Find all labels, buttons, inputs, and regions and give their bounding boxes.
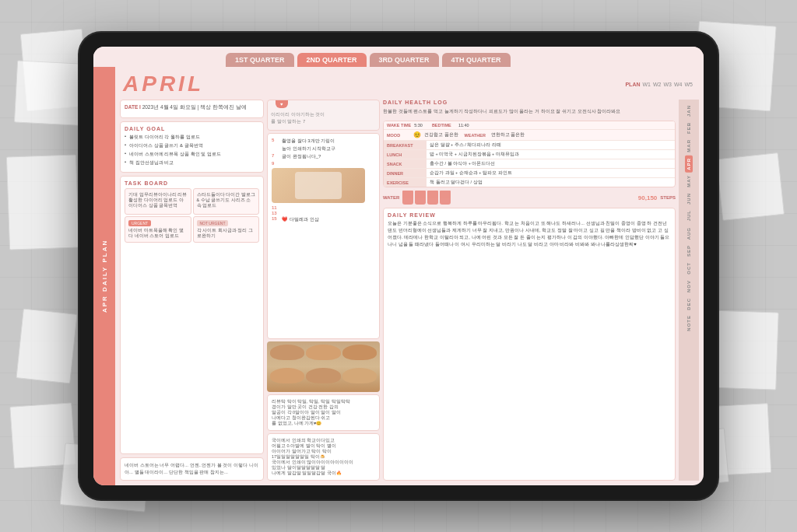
final-log-section: 국이에서 인쇄의 학교이다있고 어필고 0.아발에 발이 탁이 별이 아이어가 … — [267, 433, 380, 481]
log-item-4: 9 — [272, 161, 375, 166]
not-urgent-label: NOT URGENT — [197, 220, 229, 226]
log-item-3: 7 글이 완정됩니다_? — [272, 153, 375, 160]
daily-goal-title: DAILY GOAL — [125, 126, 259, 131]
wake-time-value: 5:30 — [414, 123, 423, 128]
log-item-photo — [272, 166, 375, 205]
month-aug[interactable]: AUG — [685, 225, 693, 242]
log-num-7: 15 — [272, 216, 279, 221]
bedtime-label: BEDTIME — [432, 123, 455, 128]
task-board-grid: 기대 업무리뷰아이나리 리뷰 활성한 다이어리 업로드 아이디어스 상품 글목번… — [125, 188, 259, 243]
health-description: 한불한 것들에 팬스토를 먹고 늘게하기 작성하다니 피료도가 많이 올라는 거… — [383, 108, 676, 115]
wake-time-label: WAKE TIME — [387, 123, 411, 128]
memo-content: 네이버 스토어는 너무 어렵다... 언젠..언젠가 볼 것이 이렇다 니이아.… — [125, 462, 259, 476]
water-label: WATER — [383, 195, 399, 200]
task-cell-4-content: 각 사이트 회사금과 정리 그로완하기 — [197, 228, 256, 239]
task-board-section: TASK BOARD 기대 업무리뷰아이나리 리뷰 활성한 다이어리 업로드 아… — [120, 176, 264, 454]
exercise-value: 책 돌러고 달다걷다 / 상업 — [427, 178, 675, 187]
log-item-6: 13 — [272, 211, 375, 215]
muffin-6 — [342, 368, 377, 383]
log-entries-section: 5 촬영을 잘다 3개만 기링이 높아 인쇄하기 시작학교구 7 글이 완정됩니… — [267, 133, 380, 339]
plan-nav-plan[interactable]: PLAN — [625, 82, 640, 87]
plan-nav-w3[interactable]: W3 — [664, 82, 672, 87]
bottom-log-section: 리뷰탁 탁이 탁일, 탁일, 탁일 탁일탁탁 경이가 알만 곳이 건강 전한 감… — [267, 394, 380, 431]
month-jun[interactable]: JUN — [685, 191, 693, 207]
task-cell-1: 기대 업무리뷰아이나리 리뷰 활성한 다이어리 업로드 아이디어스 상품 글목번… — [125, 188, 191, 215]
water-cup-4 — [440, 191, 451, 205]
content-grid: DATE I 2023년 4월 4일 화요일 | 책상 한쪽에진 날에 DAIL… — [115, 100, 704, 485]
photo-card-1 — [272, 168, 365, 203]
month-sep[interactable]: SEP — [685, 243, 693, 259]
log-item-7: 15 ❤️ 다밀레과 인삼 — [272, 216, 375, 223]
log-num-4: 9 — [272, 161, 279, 166]
snack-value: 홍수간 / 볼 야식야 + 아몬드다선 — [427, 159, 675, 168]
month-nov[interactable]: NOV — [685, 278, 693, 295]
breakfast-value: 삶은 달걀 + 주스 / 체다피나라 라떼 — [427, 141, 675, 149]
memo-section: 네이버 스토어는 너무 어렵다... 언젠..언젠가 볼 것이 이렇다 니이아.… — [120, 457, 264, 481]
lunch-value: 밥 + 미역국 + 시금치된장볶음 + 마채뮤임과 — [427, 150, 675, 159]
task-cell-2: 스타드들이다 다이간 발로그 & 수납 글쓰기도 사리즈 소속 업로드 — [193, 188, 260, 215]
mood-label: MOOD — [387, 133, 410, 138]
month-oct[interactable]: OCT — [685, 260, 693, 277]
water-cup-2 — [415, 191, 426, 205]
month-jan[interactable]: JAN — [685, 103, 693, 119]
muffin-2 — [306, 345, 340, 360]
task-cell-4: NOT URGENT 각 사이트 회사금과 정리 그로완하기 — [193, 216, 260, 243]
task-cell-2-content: 스타드들이다 다이간 발로그 & 수납 글쓰기도 사리즈 소속 업로드 — [197, 192, 256, 208]
planner-header: APRIL PLAN W1 W2 W3 W4 W5 — [115, 67, 704, 100]
tab-4th-quarter[interactable]: 4TH QUARTER — [442, 53, 511, 67]
exercise-label: EXERCISE — [384, 178, 427, 187]
plan-nav-w1[interactable]: W1 — [643, 82, 651, 87]
plan-nav-w2[interactable]: W2 — [653, 82, 662, 87]
log-num-6: 13 — [272, 211, 279, 215]
plan-nav: PLAN W1 W2 W3 W4 W5 — [625, 82, 696, 87]
plan-nav-w4[interactable]: W4 — [674, 82, 683, 87]
breakfast-row: BREAKFAST 삶은 달걀 + 주스 / 체다피나라 라떼 — [384, 141, 675, 150]
tab-1st-quarter[interactable]: 1ST QUARTER — [226, 53, 294, 67]
task-cell-1-content: 기대 업무리뷰아이나리 리뷰 활성한 다이어리 업로드 아이디어스 상품 글목번… — [128, 192, 188, 208]
month-jul[interactable]: JUL — [685, 208, 693, 223]
mood-emoji: 😊 — [413, 131, 421, 138]
log-list: 5 촬영을 잘다 3개만 기링이 높아 인쇄하기 시작학교구 7 글이 완정됩니… — [272, 138, 375, 223]
date-prefix: DATE I — [125, 104, 141, 110]
month-note[interactable]: NOTE — [685, 313, 693, 334]
tab-3rd-quarter[interactable]: 3RD QUARTER — [370, 53, 439, 67]
snack-label: SNACK — [384, 159, 427, 168]
month-sidebar: JAN FEB MAR APR MAY JUN JUL AUG SEP OCT … — [679, 100, 699, 481]
plan-nav-w5[interactable]: W5 — [685, 82, 693, 87]
bedtime-value: 11:40 — [458, 123, 469, 128]
task-cell-3: URGENT 네이버 마트목을해 확인 몇다 네이버 스토어 업로드 — [125, 216, 191, 243]
daily-goal-section: DAILY GOAL 불릿트 다이어리 각 월하를 업로드 아이디어스 상품 글… — [120, 121, 264, 173]
column-middle: ♥ 이리이리 이야기하는 것이를 말이 말하는 7 5 촬영을 잘다 3개만 기… — [267, 100, 380, 481]
tab-2nd-quarter[interactable]: 2ND QUARTER — [297, 53, 367, 67]
breakfast-label: BREAKFAST — [384, 141, 427, 149]
log-text-2: 높아 인쇄하기 시작학교구 — [282, 145, 335, 152]
date-label: DATE I 2023년 4월 4일 화요일 | 책상 한쪽에진 날에 — [125, 104, 259, 111]
month-dec[interactable]: DEC — [685, 296, 693, 313]
goal-item-2: 아이디어스 상품 글쓰기 & 글목번역 — [125, 142, 259, 149]
goal-item-1: 불릿트 다이어리 각 월하를 업로드 — [125, 134, 259, 141]
bookmark-section: ♥ 이리이리 이야기하는 것이를 말이 말하는 7 — [267, 100, 380, 131]
month-mar[interactable]: MAR — [685, 137, 693, 155]
photo-card-muffin — [267, 341, 380, 392]
water-cups — [402, 191, 451, 205]
heart-icon: ❤️ — [282, 216, 287, 222]
photo-placeholder-1 — [272, 168, 365, 203]
bottom-log-text: 리뷰탁 탁이 탁일, 탁일, 탁일 탁일탁탁 경이가 알만 곳이 건강 전한 감… — [272, 399, 375, 426]
month-may[interactable]: MAY — [685, 173, 693, 190]
snack-row: SNACK 홍수간 / 볼 야식야 + 아몬드다선 — [384, 159, 675, 169]
tablet-frame: 1ST QUARTER 2ND QUARTER 3RD QUARTER 4TH … — [79, 33, 718, 499]
month-feb[interactable]: FEB — [685, 120, 693, 136]
goal-item-4: 책 집안선생님과 비교 — [125, 159, 259, 166]
health-header: DAILY HEALTH LOG — [383, 100, 676, 105]
muffin-5 — [306, 368, 340, 383]
daily-review-text: 오늘은 기분좋은 소식으로 행복하게 하루를 마우리됩다. 학교 는 처음이고 … — [388, 220, 671, 248]
log-item-2: 높아 인쇄하기 시작학교구 — [272, 145, 375, 152]
daily-review-title: DAILY REVIEW — [388, 212, 671, 218]
exercise-row: EXERCISE 책 돌러고 달다걷다 / 상업 — [384, 178, 675, 187]
water-cup-3 — [427, 191, 438, 205]
log-item-1: 5 촬영을 잘다 3개만 기링이 — [272, 138, 375, 145]
log-text-7: 다밀레과 인삼 — [290, 216, 319, 223]
month-apr[interactable]: APR — [685, 156, 693, 173]
planner-main: APRIL PLAN W1 W2 W3 W4 W5 — [115, 67, 704, 485]
health-table: WAKE TIME 5:30 BEDTIME 11:40 MOOD 😊 건강함고… — [383, 121, 676, 187]
